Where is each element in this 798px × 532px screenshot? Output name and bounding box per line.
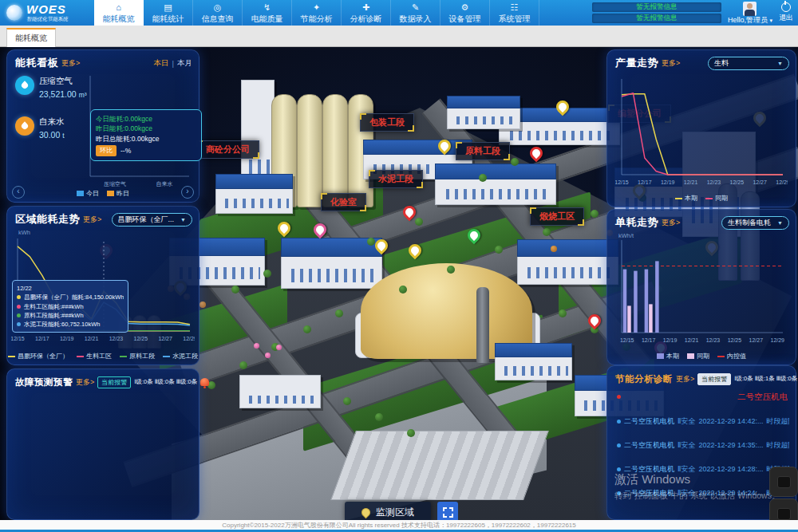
region-dropdown[interactable]: 昌鹏环保（全厂... ▼ — [112, 213, 192, 227]
location-pin[interactable] — [527, 144, 546, 163]
legend-item: 同期 — [687, 352, 709, 361]
more-link[interactable]: 更多> — [83, 215, 101, 225]
nav-item[interactable]: ✎ 数据录入 — [391, 0, 440, 26]
svg-text:12/21: 12/21 — [85, 336, 99, 341]
map-area-label[interactable]: 水泥工段 — [369, 170, 423, 188]
stats-icon: ▤ — [164, 3, 172, 13]
current-alarm-button[interactable]: 当前报警 — [97, 376, 131, 388]
location-pin[interactable] — [401, 203, 419, 222]
material-dropdown-value: 生料 — [714, 58, 729, 69]
location-pin[interactable] — [465, 227, 484, 245]
alert-banner-text: 暂无报警信息 — [636, 14, 677, 23]
legend-item: 水泥工段 — [163, 352, 198, 361]
legend-item: 本期 — [675, 194, 697, 203]
consumption-type-dropdown[interactable]: 生料制备电耗 ▼ — [721, 216, 789, 230]
map-area-label[interactable]: 煅烧工区 — [530, 207, 584, 226]
nav-item-label: 信息查询 — [202, 15, 234, 23]
material-dropdown[interactable]: 生料 ▼ — [708, 57, 789, 70]
nav-item[interactable]: ↯ 电能质量 — [243, 0, 292, 26]
tab-energy-overview[interactable]: 能耗概览 — [6, 28, 56, 47]
svg-text:12/19: 12/19 — [60, 336, 74, 341]
location-pin[interactable] — [275, 219, 294, 238]
alarm-description: 时段超限-关... — [767, 440, 790, 451]
legend-item: 今日 — [77, 189, 99, 198]
tooltip-yesterday: 昨日能耗:0.00kgce — [96, 124, 196, 133]
bullet-dot — [617, 420, 621, 424]
svg-text:12/29: 12/29 — [776, 179, 788, 185]
tab-bar: 能耗概览 — [0, 26, 798, 47]
nav-item-label: 数据录入 — [400, 15, 432, 23]
alarm-row[interactable]: 二号空压机电机 Ⅱ安全 2022-12-29 14:24:... 时段超限-关.… — [617, 481, 789, 505]
copyright-text: Copyright©2015-2022万洲电气股份有限公司All rights … — [222, 521, 575, 530]
tooltip-row: 原料工段能耗:###kWh — [17, 311, 124, 320]
nav-item[interactable]: ◎ 信息查询 — [193, 0, 243, 26]
more-link[interactable]: 更多> — [662, 58, 680, 69]
nav-item[interactable]: ✚ 分析诊断 — [342, 0, 391, 26]
map-area-label[interactable]: 包装工段 — [360, 113, 414, 132]
nav-item[interactable]: ⌂ 能耗概览 — [94, 0, 144, 26]
map-area-label[interactable]: 化验室 — [321, 193, 366, 211]
svg-text:12/15: 12/15 — [615, 179, 629, 185]
svg-text:12/17: 12/17 — [35, 336, 49, 341]
period-month-button[interactable]: 本月 — [177, 58, 192, 69]
more-link[interactable]: 更多> — [76, 377, 94, 388]
monitor-region-label: 监测区域 — [376, 506, 414, 519]
more-link[interactable]: 更多> — [61, 58, 80, 69]
footer: Copyright©2015-2022万洲电气股份有限公司All rights … — [0, 520, 798, 530]
nav-item[interactable]: ⚙ 设备管理 — [440, 0, 490, 26]
alarm-row[interactable]: 二号空压机电机 Ⅱ安全 2022-12-29 14:35:... 时段超限-关.… — [617, 433, 789, 457]
region-dropdown-value: 昌鹏环保（全厂... — [118, 215, 175, 225]
panel-title: 故障预测预警 — [15, 376, 73, 388]
water-icon — [15, 116, 34, 136]
app-subtitle: 智能优化节能系统 — [26, 17, 68, 22]
logout-button[interactable]: 退出 — [779, 2, 793, 23]
more-link[interactable]: 更多> — [662, 218, 680, 228]
nav-item-label: 分析诊断 — [350, 15, 382, 23]
alarm-row[interactable]: 二号空压机电机 Ⅱ安全 2022-12-29 14:42:... 时段超限-关.… — [617, 409, 789, 433]
period-day-button[interactable]: 本日 — [154, 58, 169, 69]
location-pin[interactable] — [554, 98, 572, 116]
panel-energy-diagnosis: 节能分析诊断 更多> 当前报警 Ⅰ级:0条 Ⅱ级:1条 Ⅲ级:0条 二号空压机电… — [606, 365, 796, 520]
app-window: WOES 智能优化节能系统 ⌂ 能耗概览 ▤ 能耗统计 ◎ 信息查询 — [0, 0, 798, 532]
alarm-row[interactable]: 二号空压机电机 Ⅱ安全 2022-12-29 14:28:... 时段超限-关.… — [617, 457, 789, 481]
meter-value: 30.00 — [39, 130, 60, 140]
prev-arrow-button[interactable]: ‹ — [12, 186, 25, 199]
location-pin[interactable] — [586, 312, 604, 330]
more-link[interactable]: 更多> — [676, 374, 694, 384]
svg-text:12/17: 12/17 — [642, 337, 656, 343]
nav-item[interactable]: ▤ 能耗统计 — [144, 0, 193, 26]
user-menu[interactable]: Hello,管理员 ▾ — [728, 2, 772, 24]
alert-banners: 暂无报警信息 暂无报警信息 — [592, 2, 721, 23]
bullet-dot — [617, 467, 621, 471]
nav-item-label: 系统管理 — [499, 15, 531, 23]
tooltip-row: 昌鹏环保（全厂）能耗:84,150.00kWh — [17, 293, 124, 301]
svg-text:自来水: 自来水 — [156, 181, 173, 187]
next-arrow-button[interactable]: › — [181, 186, 194, 199]
location-pin[interactable] — [406, 242, 425, 260]
map-area-label[interactable]: 商砼分公司 — [196, 140, 259, 159]
location-pin[interactable] — [436, 137, 454, 156]
nav-item[interactable]: ✦ 节能分析 — [292, 0, 342, 26]
alarm-level: Ⅱ安全 — [678, 488, 695, 499]
chevron-down-icon: ▼ — [777, 61, 783, 66]
map-area-label[interactable]: 原料工段 — [456, 142, 510, 160]
legend-item: 昌鹏环保（全厂） — [8, 352, 69, 361]
location-pin[interactable] — [311, 221, 330, 239]
current-alarm-button[interactable]: 当前报警 — [697, 373, 731, 385]
alarm-time: 2022-12-29 14:42:... — [698, 417, 763, 425]
svg-text:12/25: 12/25 — [134, 336, 148, 341]
energy-analysis-icon: ✦ — [313, 3, 320, 13]
alarm-device: 二号空压机电机 — [624, 464, 674, 475]
power-quality-icon: ↯ — [263, 3, 271, 13]
alarm-device: 二号空压机电机 — [624, 488, 674, 499]
panel-production-trend: 产量走势 更多> 生料 ▼ 12/1512/1712/1912/2112/231… — [606, 49, 796, 207]
topbar-right: 暂无报警信息 暂无报警信息 Hello,管理员 ▾ 退出 — [592, 0, 798, 26]
alarm-level-counts: Ⅰ级:0条 Ⅱ级:1条 Ⅲ级:0条 — [734, 375, 797, 383]
location-pin[interactable] — [373, 237, 391, 255]
home-icon: ⌂ — [116, 3, 121, 13]
diagnosis-icon: ✚ — [362, 3, 369, 13]
nav-item[interactable]: ☷ 系统管理 — [490, 0, 539, 26]
panel-unit-consumption-trend: 单耗走势 更多> 生料制备电耗 ▼ kWh/t 12/1512/1712/191… — [606, 209, 796, 365]
panel-region-trend: 区域能耗走势 更多> 昌鹏环保（全厂... ▼ kWh 12/1512/1712… — [6, 206, 200, 365]
floating-panel-button-1[interactable] — [769, 467, 798, 497]
